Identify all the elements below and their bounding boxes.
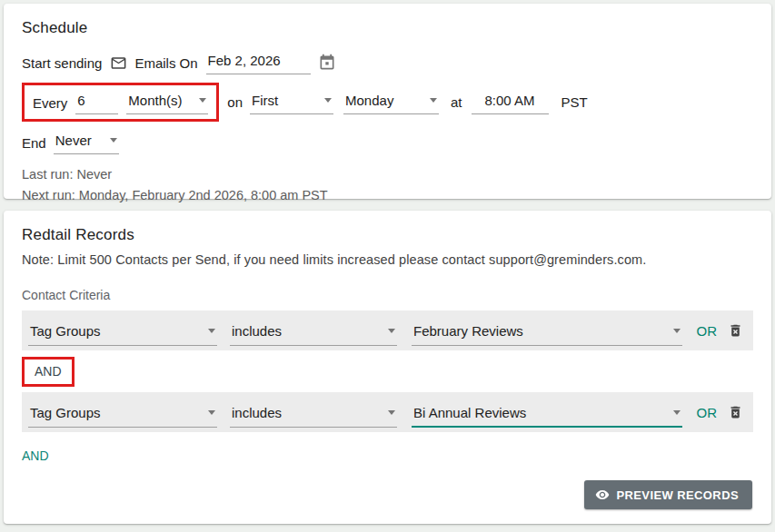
next-run-text: Next run: Monday, February 2nd 2026, 8:0… (22, 188, 753, 202)
criteria-operator-select[interactable]: includes (230, 321, 397, 346)
preview-records-button[interactable]: PREVIEW RECORDS (584, 480, 752, 509)
limit-note: Note: Limit 500 Contacts per Send, if yo… (22, 252, 753, 267)
or-button[interactable]: OR (697, 323, 718, 339)
interval-input[interactable]: 6 (75, 91, 118, 114)
chevron-down-icon (208, 329, 215, 333)
trash-icon (728, 322, 743, 339)
on-label: on (227, 94, 243, 110)
chevron-down-icon (673, 410, 681, 415)
red-annotation-box-frequency: Every 6 Month(s) (22, 83, 219, 122)
end-select[interactable]: Never (54, 131, 119, 154)
chevron-down-icon (208, 410, 215, 415)
every-label: Every (33, 95, 67, 111)
eye-icon (595, 488, 610, 502)
criteria-row: Tag Groups includes Bi Annual Reviews OR (22, 392, 753, 432)
delete-criteria-button[interactable] (728, 322, 743, 339)
redtail-records-card: Redtail Records Note: Limit 500 Contacts… (4, 211, 771, 524)
chevron-down-icon (199, 98, 206, 103)
chevron-down-icon (388, 410, 395, 415)
at-label: at (451, 94, 462, 110)
redtail-title: Redtail Records (22, 226, 753, 244)
schedule-title: Schedule (22, 19, 753, 37)
criteria-value-select[interactable]: Bi Annual Reviews (412, 403, 682, 428)
red-annotation-box-and: AND (22, 357, 75, 387)
start-sending-label: Start sending (22, 55, 102, 71)
unit-select[interactable]: Month(s) (126, 91, 208, 114)
chevron-down-icon (430, 98, 437, 103)
chevron-down-icon (110, 138, 117, 143)
chevron-down-icon (324, 98, 332, 103)
criteria-value-select[interactable]: February Reviews (412, 321, 682, 346)
start-date-input[interactable]: Feb 2, 2026 (206, 51, 311, 74)
last-run-text: Last run: Never (22, 167, 753, 182)
schedule-card: Schedule Start sending Emails On Feb 2, … (4, 4, 771, 199)
criteria-row: Tag Groups includes February Reviews OR (22, 310, 753, 350)
email-icon (110, 54, 127, 72)
delete-criteria-button[interactable] (728, 404, 743, 420)
criteria-field-select[interactable]: Tag Groups (28, 321, 217, 346)
criteria-field-select[interactable]: Tag Groups (28, 403, 217, 428)
chevron-down-icon (388, 329, 395, 333)
time-input[interactable]: 8:00 AM (472, 91, 549, 114)
add-and-criteria-button[interactable]: AND (22, 448, 49, 463)
timezone-label: PST (561, 94, 588, 110)
contact-criteria-label: Contact Criteria (22, 288, 753, 302)
weekday-select[interactable]: Monday (343, 91, 439, 114)
and-connector-label[interactable]: AND (35, 364, 62, 379)
end-label: End (22, 135, 46, 151)
or-button[interactable]: OR (697, 405, 718, 420)
criteria-operator-select[interactable]: includes (230, 403, 397, 428)
trash-icon (728, 404, 743, 420)
emails-on-label: Emails On (134, 55, 197, 71)
calendar-icon[interactable] (318, 54, 336, 72)
week-ordinal-select[interactable]: First (250, 91, 333, 114)
chevron-down-icon (673, 329, 681, 333)
